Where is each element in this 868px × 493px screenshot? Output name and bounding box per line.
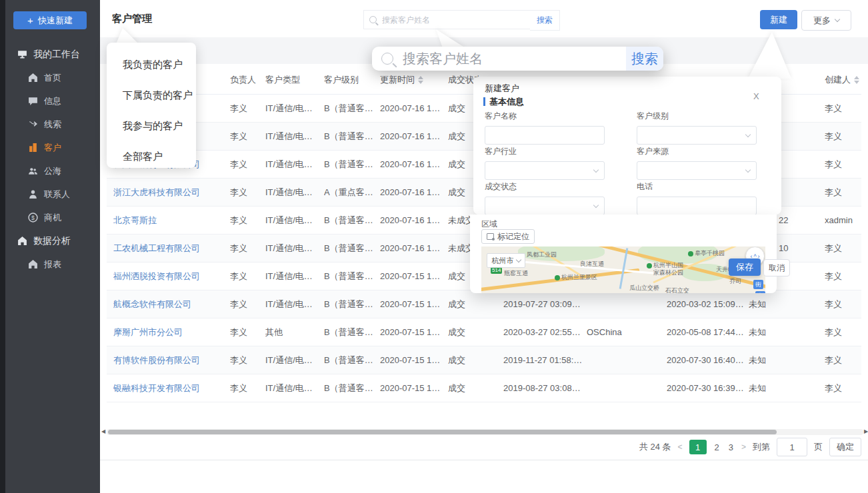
sidebar-item-leads[interactable]: 线索 [5,113,100,136]
close-icon[interactable]: X [753,91,759,101]
cell-name[interactable]: 浙江大虎科技有限公司 [113,187,230,199]
chevron-down-icon [515,256,521,262]
save-button[interactable]: 保存 [729,258,761,276]
sidebar-item-analysis[interactable]: 数据分析 [5,229,100,252]
menu-item[interactable]: 我负责的客户 [107,49,196,80]
column-header-label: 更新时间 [380,74,415,86]
plus-icon: + [27,15,33,25]
mark-location-button[interactable]: 标记定位 [481,229,535,244]
field-客户行业: 客户行业 [485,146,605,180]
sidebar-item-label: 公海 [44,165,61,177]
scroll-right-arrow[interactable]: ▶ [864,428,868,434]
analysis-icon [17,236,27,246]
sidebar-item-business[interactable]: $商机 [5,206,100,229]
cell-level: B（普通客户） [324,243,380,254]
page-number-3[interactable]: 3 [727,442,735,452]
map-city-label: 杭州市 [492,256,514,266]
field-客户来源: 客户来源 [637,146,757,180]
cell-unknown: 未知 [749,354,779,366]
cell-unknown: 未知 [749,382,779,394]
sidebar-item-customer[interactable]: 客户 [5,136,100,159]
column-header-updated[interactable]: 更新时间 [380,74,448,86]
cell-name[interactable]: 工农机械工程有限公司 [113,243,230,254]
input-客户名称[interactable] [485,126,605,145]
city-view-badge[interactable]: 市 [755,291,765,293]
field-label: 客户名称 [485,111,605,122]
map-city-selector[interactable]: 杭州市 [487,253,525,268]
more-button[interactable]: 更多 [801,10,851,31]
cell-creator: 李义 [825,187,868,199]
confirm-page-button[interactable]: 确定 [829,438,861,456]
scrollbar-thumb[interactable] [108,430,777,434]
scroll-left-arrow[interactable]: ◀ [101,428,105,434]
next-page-button[interactable]: > [741,442,746,452]
map-label: 凤都工业园 [527,250,557,259]
svg-text:$: $ [31,215,35,221]
cell-name[interactable]: 北京哥斯拉 [113,215,230,227]
sidebar-item-label: 首页 [44,72,61,84]
cell-name[interactable]: 福州洒脱投资有限公司 [113,270,230,282]
cell-name[interactable]: 有博软件股份有限公司 [113,354,230,366]
cancel-button[interactable]: 取消 [763,259,790,276]
search-zoom-button[interactable]: 搜索 [626,47,663,71]
menu-item[interactable]: 我参与的客户 [107,111,196,141]
sort-icon[interactable] [854,76,859,84]
field-客户名称: 客户名称 [485,111,605,145]
sidebar-item-pool[interactable]: 公海 [5,159,100,183]
cell-updated: 2020-07-15 16:41:07 [380,327,448,337]
page-number-2[interactable]: 2 [713,442,721,452]
search-input[interactable] [381,15,510,25]
map-river [619,248,629,289]
sidebar-item-report[interactable]: 报表 [5,252,100,276]
search-icon [369,16,377,23]
goto-label: 到第 [753,441,770,453]
mark-location-label: 标记定位 [497,231,529,243]
sidebar-item-contact[interactable]: 联系人 [5,183,100,206]
table-row[interactable]: 航概念软件有限公司李义IT/通信/电子/...B（普通客户）2020-07-15… [107,290,861,318]
select-成交状态[interactable] [485,197,605,215]
crm-app-window: + 快速新建 我的工作台首页信息线索客户公海联系人$商机数据分析报表 客户管理 … [0,0,868,493]
table-row[interactable]: 摩掰广州市分公司李义其他B（普通客户）2020-07-15 16:41:07成交… [107,318,861,346]
goto-page-input[interactable] [777,438,807,456]
cell-type: IT/通信/电子/... [265,243,324,254]
cell-owner: 李义 [230,243,265,254]
select-客户级别[interactable] [637,126,757,145]
cell-type: IT/通信/电子/... [265,298,324,310]
map-widget[interactable]: 凤都工业园良渚互通瓶窑互通杭州兰里景区杭州半山国家森林公园皋亭千桃园瓜山立交桥石… [481,246,765,293]
sidebar-item-message[interactable]: 信息 [5,89,100,113]
modal-tail [740,32,800,79]
new-button[interactable]: 新建 [760,10,797,29]
cell-type: IT/通信/电子/... [265,187,324,199]
street-view-badge[interactable]: 街 [753,280,763,289]
road-shield-badge: 514 [491,267,502,274]
input-电话[interactable] [637,197,757,215]
table-row[interactable]: 有博软件股份有限公司李义IT/通信/电子/...B（普通客户）2020-07-1… [107,346,861,374]
menu-item[interactable]: 全部客户 [107,141,196,172]
cell-name[interactable]: 摩掰广州市分公司 [113,326,230,338]
poi-icon [688,251,693,256]
column-header-label: 负责人 [230,74,256,86]
menu-item[interactable]: 下属负责的客户 [107,80,196,111]
sort-icon[interactable] [418,76,423,84]
quick-create-button[interactable]: + 快速新建 [13,11,87,29]
search-button[interactable]: 搜索 [530,10,560,31]
select-客户行业[interactable] [485,161,605,180]
cell-name[interactable]: 航概念软件有限公司 [113,298,230,310]
horizontal-scrollbar[interactable] [107,429,863,435]
cell-unknown: 未知 [749,298,779,310]
cell-creator: 李义 [825,159,868,171]
cell-level: A（重点客户） [324,187,380,199]
column-header-creator[interactable]: 创建人 [825,74,868,86]
cell-level: B（普通客户） [324,326,380,338]
select-客户来源[interactable] [637,161,757,180]
sidebar-item-label: 数据分析 [33,235,71,247]
message-icon [28,96,38,106]
table-row[interactable]: 银融科技开发有限公司李义IT/通信/电子/...B（普通客户）2020-07-1… [107,374,861,402]
sidebar-item-home[interactable]: 首页 [5,66,100,89]
cell-updated: 2020-07-15 16:41:35 [380,299,448,309]
page-number-1[interactable]: 1 [689,440,707,454]
cell-name[interactable]: 银融科技开发有限公司 [113,382,230,394]
sidebar-item-label: 商机 [44,212,61,224]
sidebar-item-workbench[interactable]: 我的工作台 [5,43,100,66]
prev-page-button[interactable]: < [678,442,683,452]
